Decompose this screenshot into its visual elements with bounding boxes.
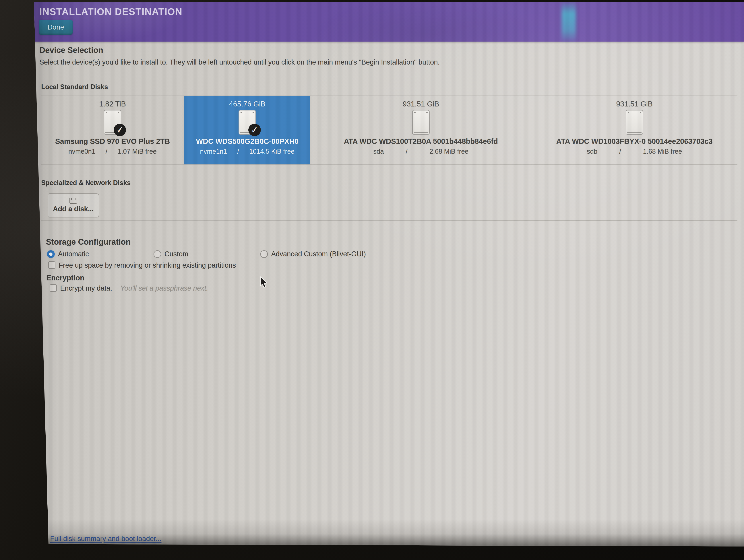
disk-separator: /	[406, 148, 408, 155]
encrypt-data-label: Encrypt my data.	[60, 284, 112, 292]
local-disks-label: Local Standard Disks	[41, 83, 108, 91]
done-button[interactable]: Done	[39, 20, 73, 35]
disk-subinfo: sdb / 1.68 MiB free	[587, 148, 682, 155]
disk-free: 2.68 MiB free	[430, 148, 469, 155]
radio-advanced-custom[interactable]: Advanced Custom (Blivet-GUI)	[260, 250, 366, 258]
disk-size: 465.76 GiB	[229, 100, 265, 108]
disk-subinfo: nvme0n1 / 1.07 MiB free	[68, 148, 157, 155]
radio-automatic-label: Automatic	[58, 250, 89, 258]
specialized-disks-area	[41, 190, 737, 221]
add-disk-button[interactable]: Add a disk...	[48, 193, 99, 217]
local-disks-list: 1.82 TiB ✓ Samsung SSD 970 EVO Plus 2TB …	[41, 95, 737, 165]
disk-name: ATA WDC WDS100T2B0A 5001b448bb84e6fd	[344, 137, 498, 146]
disk-separator: /	[106, 148, 107, 155]
radio-automatic[interactable]: Automatic	[47, 250, 89, 258]
disk-size: 931.51 GiB	[403, 100, 439, 108]
radio-checked-icon[interactable]	[47, 250, 55, 258]
radio-custom[interactable]: Custom	[153, 250, 188, 258]
disk-size: 931.51 GiB	[616, 100, 653, 108]
disk-device: sda	[373, 148, 384, 155]
disk-name: Samsung SSD 970 EVO Plus 2TB	[55, 137, 170, 146]
checkbox-unchecked-icon[interactable]	[49, 284, 57, 292]
free-up-space-label: Free up space by removing or shrinking e…	[59, 262, 236, 269]
disk-free: 1.68 MiB free	[643, 148, 682, 155]
disk-icon-wrap: ✓	[238, 110, 256, 135]
radio-unchecked-icon[interactable]	[260, 250, 268, 258]
full-disk-summary-link[interactable]: Full disk summary and boot loader...	[50, 535, 161, 543]
disk-tile-nvme1n1[interactable]: 465.76 GiB ✓ WDC WDS500G2B0C-00PXH0 nvme…	[184, 96, 310, 164]
radio-advanced-custom-label: Advanced Custom (Blivet-GUI)	[271, 250, 366, 258]
hard-drive-icon	[412, 110, 430, 135]
disk-free: 1.07 MiB free	[118, 148, 157, 155]
encryption-heading: Encryption	[46, 274, 84, 282]
disk-free: 1014.5 KiB free	[249, 148, 295, 155]
screen-glare	[562, 2, 576, 42]
radio-custom-label: Custom	[164, 250, 188, 258]
device-selection-description: Select the device(s) you'd like to insta…	[39, 58, 440, 66]
checkbox-unchecked-icon[interactable]	[48, 262, 55, 269]
disk-tile-sdb[interactable]: 931.51 GiB ATA WDC WD1003FBYX-0 50014ee2…	[531, 96, 737, 164]
storage-configuration-heading: Storage Configuration	[46, 237, 131, 246]
disk-icon-wrap: ✓	[104, 110, 121, 135]
add-disk-icon	[70, 198, 77, 204]
disk-icon-wrap	[626, 110, 643, 135]
passphrase-hint: You'll set a passphrase next.	[120, 284, 208, 292]
disk-tile-nvme0n1[interactable]: 1.82 TiB ✓ Samsung SSD 970 EVO Plus 2TB …	[41, 96, 184, 164]
mouse-cursor-icon	[260, 276, 268, 289]
disk-subinfo: sda / 2.68 MiB free	[373, 148, 469, 155]
free-up-space-checkbox-row[interactable]: Free up space by removing or shrinking e…	[48, 262, 236, 269]
specialized-disks-label: Specialized & Network Disks	[41, 179, 131, 187]
disk-separator: /	[619, 148, 621, 155]
encrypt-data-checkbox-row[interactable]: Encrypt my data. You'll set a passphrase…	[49, 284, 208, 292]
installer-screen: INSTALLATION DESTINATION Done Device Sel…	[34, 2, 744, 547]
disk-device: nvme1n1	[200, 148, 227, 155]
radio-unchecked-icon[interactable]	[153, 250, 161, 258]
disk-device: sdb	[587, 148, 597, 155]
device-selection-heading: Device Selection	[39, 46, 103, 55]
hard-drive-icon	[626, 110, 643, 135]
disk-subinfo: nvme1n1 / 1014.5 KiB free	[200, 148, 295, 155]
disk-icon-wrap	[412, 110, 430, 135]
header-bar: INSTALLATION DESTINATION Done	[34, 2, 744, 42]
disk-name: WDC WDS500G2B0C-00PXH0	[196, 137, 299, 146]
disk-tile-sda[interactable]: 931.51 GiB ATA WDC WDS100T2B0A 5001b448b…	[320, 96, 522, 164]
disk-device: nvme0n1	[68, 148, 96, 155]
disk-separator: /	[237, 148, 239, 155]
disk-name: ATA WDC WD1003FBYX-0 50014ee2063703c3	[556, 137, 712, 146]
add-disk-label: Add a disk...	[53, 205, 94, 213]
page-title: INSTALLATION DESTINATION	[39, 6, 183, 17]
disk-size: 1.82 TiB	[99, 100, 126, 108]
